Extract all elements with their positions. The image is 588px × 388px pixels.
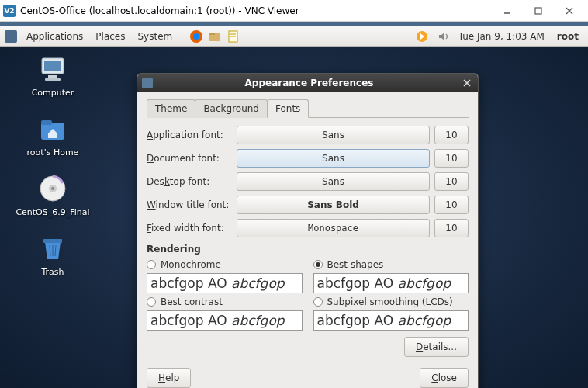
radio-monochrome[interactable]: Monochrome <box>147 259 303 270</box>
vnc-window-title: CentOS-Office (localhost.localdomain:1 (… <box>20 5 492 16</box>
rendering-heading: Rendering <box>147 244 469 255</box>
tab-theme[interactable]: Theme <box>147 99 195 118</box>
desktop: Applications Places System <box>0 26 588 388</box>
distro-logo-icon[interactable] <box>5 30 17 43</box>
dialog-title: Appearance Preferences <box>157 78 461 88</box>
desktop-icon-computer[interactable]: Computer <box>14 54 92 98</box>
gnome-top-panel: Applications Places System <box>0 26 588 47</box>
sample-shapes: abcfgop AO abcfgop <box>313 273 469 293</box>
menu-system[interactable]: System <box>133 29 177 43</box>
updates-icon[interactable] <box>415 29 429 43</box>
svg-rect-13 <box>44 61 61 71</box>
close-button[interactable]: Close <box>420 368 469 388</box>
dialog-titlebar[interactable]: Appearance Preferences <box>137 74 478 92</box>
window-title-font-size-button[interactable]: 10 <box>434 196 469 214</box>
sample-subpixel: abcfgop AO abcfgop <box>313 310 469 331</box>
vnc-minimize-button[interactable] <box>492 2 523 20</box>
desktop-icon-label: root's Home <box>27 147 79 158</box>
application-font-label: Application font: <box>147 130 232 140</box>
desktop-icon-label: CentOS_6.9_Final <box>16 207 89 217</box>
tab-fonts[interactable]: Fonts <box>267 99 309 118</box>
desktop-icon-label: Computer <box>32 88 74 98</box>
desktop-icon-label: Trash <box>41 267 64 277</box>
firefox-launcher-icon[interactable] <box>189 29 203 43</box>
application-font-button[interactable]: Sans <box>237 126 430 144</box>
radio-icon <box>313 260 323 269</box>
fixed-width-font-label: Fixed width font: <box>147 223 232 234</box>
dialog-close-button[interactable] <box>461 77 473 89</box>
desktop-icon-trash[interactable]: Trash <box>14 233 92 277</box>
computer-icon <box>37 54 68 85</box>
desktop-icons-area: Computer root's Home CentOS_6.9_Final Tr… <box>14 54 92 277</box>
fixed-width-font-size-button[interactable]: 10 <box>434 219 469 237</box>
file-manager-launcher-icon[interactable] <box>208 29 222 43</box>
svg-rect-17 <box>41 120 52 125</box>
radio-icon <box>147 297 156 307</box>
dialog-app-icon <box>142 78 153 88</box>
document-font-size-button[interactable]: 10 <box>434 149 469 168</box>
radio-best-shapes[interactable]: Best shapes <box>313 259 469 270</box>
window-title-font-button[interactable]: Sans Bold <box>237 196 430 214</box>
tabs: Theme Background Fonts <box>147 99 469 118</box>
sample-contrast: abcfgop AO abcfgop <box>147 310 303 331</box>
menu-places[interactable]: Places <box>91 29 130 43</box>
radio-subpixel[interactable]: Subpixel smoothing (LCDs) <box>313 296 469 307</box>
panel-clock[interactable]: Tue Jan 9, 1:03 AM <box>458 31 545 42</box>
document-font-label: Document font: <box>147 153 232 164</box>
disc-icon <box>37 173 68 204</box>
trash-icon <box>37 233 68 264</box>
vnc-logo-icon: V2 <box>3 5 16 17</box>
svg-rect-21 <box>43 239 62 243</box>
volume-icon[interactable] <box>437 29 451 43</box>
svg-point-20 <box>51 187 54 190</box>
desktop-font-button[interactable]: Sans <box>237 172 430 191</box>
desktop-font-label: Desktop font: <box>147 176 232 187</box>
svg-rect-15 <box>45 78 61 81</box>
panel-user-menu[interactable]: root <box>552 29 583 43</box>
radio-icon <box>147 260 156 269</box>
fixed-width-font-button[interactable]: Monospace <box>237 219 430 237</box>
svg-rect-1 <box>535 8 541 14</box>
document-font-button[interactable]: Sans <box>237 149 430 168</box>
menu-applications[interactable]: Applications <box>22 29 88 43</box>
text-editor-launcher-icon[interactable] <box>227 29 240 43</box>
home-folder-icon <box>37 113 68 144</box>
svg-point-5 <box>193 33 199 40</box>
application-font-size-button[interactable]: 10 <box>434 126 469 144</box>
vnc-titlebar: V2 CentOS-Office (localhost.localdomain:… <box>0 0 588 22</box>
sample-monochrome: abcfgop AO abcfgop <box>147 273 303 293</box>
desktop-icon-disc[interactable]: CentOS_6.9_Final <box>14 173 92 217</box>
tab-background[interactable]: Background <box>195 99 268 118</box>
desktop-font-size-button[interactable]: 10 <box>434 172 469 191</box>
appearance-preferences-dialog: Appearance Preferences Theme Background … <box>137 73 479 388</box>
details-button[interactable]: Details... <box>404 337 469 357</box>
svg-rect-14 <box>48 75 57 78</box>
svg-rect-7 <box>209 33 215 35</box>
desktop-icon-home[interactable]: root's Home <box>14 113 92 158</box>
radio-icon <box>313 297 323 307</box>
vnc-close-button[interactable] <box>554 2 585 20</box>
window-title-font-label: Window title font: <box>147 199 232 210</box>
vnc-maximize-button[interactable] <box>523 2 554 20</box>
help-button[interactable]: Help <box>147 368 191 388</box>
radio-best-contrast[interactable]: Best contrast <box>147 296 303 307</box>
